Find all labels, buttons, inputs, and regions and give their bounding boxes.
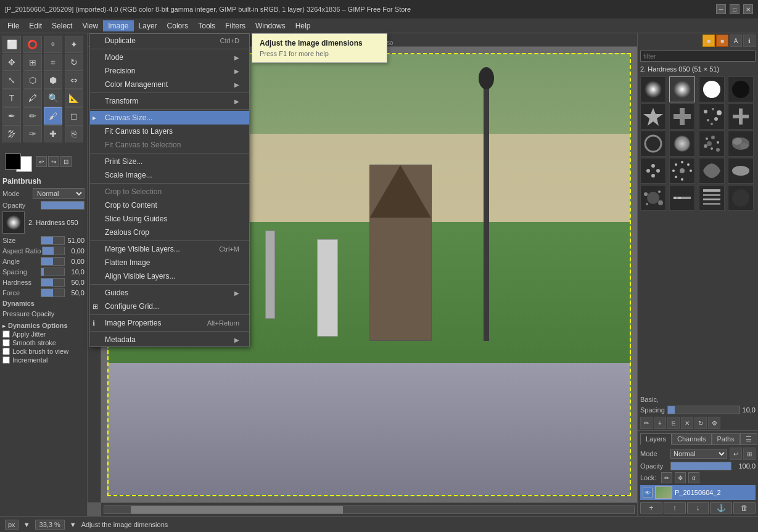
- layer-expand-icon[interactable]: ⊞: [743, 448, 756, 460]
- brush-cell-black[interactable]: [728, 76, 754, 102]
- menu-image-props[interactable]: ℹ Image Properties Alt+Return: [90, 316, 249, 330]
- brush-cell-hardness-050[interactable]: [669, 76, 695, 102]
- menu-duplicate[interactable]: Duplicate Ctrl+D: [90, 34, 249, 47]
- right-spacing-bar[interactable]: [667, 406, 740, 414]
- tool-heal[interactable]: ✚: [44, 125, 62, 142]
- brush-cell-fuzzy-round[interactable]: [669, 131, 695, 157]
- brush-new-icon[interactable]: +: [654, 417, 666, 429]
- layer-history-icon[interactable]: ↩: [730, 448, 742, 460]
- brush-settings-icon[interactable]: ⚙: [708, 417, 720, 429]
- menu-windows[interactable]: Windows: [250, 20, 290, 31]
- incremental-checkbox[interactable]: [2, 356, 10, 364]
- tool-rotate[interactable]: ↻: [65, 54, 83, 71]
- tool-measure[interactable]: 📐: [65, 89, 83, 107]
- layer-add-btn[interactable]: +: [640, 502, 662, 514]
- dynamics-options-header[interactable]: ▸ Dynamics Options: [2, 322, 84, 329]
- menu-configure-grid[interactable]: ⊞ Configure Grid...: [90, 300, 249, 313]
- menu-select[interactable]: Select: [47, 20, 77, 31]
- brush-cell-texture[interactable]: [699, 131, 725, 157]
- tool-move[interactable]: ✥: [2, 54, 21, 71]
- tool-fuzzy-select[interactable]: ✦: [65, 36, 83, 53]
- tool-pencil[interactable]: ✏: [23, 107, 42, 125]
- smooth-stroke-checkbox[interactable]: [2, 339, 10, 346]
- tool-ink[interactable]: ✑: [23, 125, 42, 142]
- menu-crop-content[interactable]: Crop to Content: [90, 198, 249, 212]
- close-button[interactable]: ✕: [743, 4, 753, 14]
- brush-cell-rough[interactable]: [699, 158, 725, 184]
- brush-cell-cross[interactable]: [669, 104, 695, 129]
- brush-cell-dotted-2[interactable]: [669, 158, 695, 184]
- layer-raise-btn[interactable]: ↑: [664, 502, 686, 514]
- tool-crop[interactable]: ⌗: [44, 54, 62, 71]
- menu-guides[interactable]: Guides ▶: [90, 286, 249, 300]
- tool-free-select[interactable]: ⚬: [44, 36, 62, 53]
- menu-flatten[interactable]: Flatten Image: [90, 256, 249, 269]
- brush-delete-icon[interactable]: ✕: [681, 417, 693, 429]
- unit-selector[interactable]: px: [5, 520, 19, 530]
- force-bar[interactable]: [41, 289, 65, 297]
- menu-layer[interactable]: Layer: [134, 20, 162, 31]
- spacing-bar[interactable]: [41, 268, 65, 276]
- zoom-arrow[interactable]: ▼: [70, 521, 76, 528]
- hscroll-track[interactable]: [104, 505, 635, 514]
- brush-cell-paint[interactable]: [669, 185, 695, 211]
- apply-jitter-checkbox[interactable]: [2, 330, 10, 338]
- redo-button[interactable]: ↪: [48, 156, 59, 167]
- color-swatch-2[interactable]: ■: [716, 35, 728, 47]
- tab-paths[interactable]: Paths: [712, 433, 740, 445]
- menu-image[interactable]: Image: [103, 20, 133, 31]
- snap-button[interactable]: ⊡: [60, 156, 72, 167]
- tool-path[interactable]: ✒: [2, 107, 21, 125]
- menu-print-size[interactable]: Print Size...: [90, 155, 249, 168]
- layer-mode-dropdown[interactable]: Normal: [670, 449, 727, 459]
- menu-scale-image[interactable]: Scale Image...: [90, 168, 249, 182]
- menu-precision[interactable]: Precision ▶: [90, 64, 249, 78]
- brush-filter-input[interactable]: [640, 51, 756, 62]
- brush-duplicate-icon[interactable]: ⎘: [667, 417, 680, 429]
- brush-cell-circle-outline[interactable]: [640, 131, 666, 157]
- tool-clone[interactable]: ⎘: [65, 125, 83, 142]
- brush-thumb[interactable]: [2, 211, 25, 234]
- menu-tools[interactable]: Tools: [193, 20, 220, 31]
- menu-view[interactable]: View: [77, 20, 103, 31]
- layer-delete-btn[interactable]: 🗑: [733, 502, 756, 514]
- menu-color-mgmt[interactable]: Color Management ▶: [90, 78, 249, 91]
- tab-layers[interactable]: Layers: [640, 433, 672, 445]
- hscroll-thumb[interactable]: [131, 506, 343, 514]
- lock-move-btn[interactable]: ✥: [675, 472, 686, 483]
- brush-cell-hardness-100[interactable]: [699, 76, 725, 102]
- aspect-bar[interactable]: [42, 247, 65, 255]
- layer-entry[interactable]: 👁 P_20150604_2: [640, 485, 756, 500]
- menu-canvas-size[interactable]: ▸ Canvas Size...: [90, 111, 249, 125]
- tool-perspective[interactable]: ⬢: [44, 72, 62, 89]
- brush-cell-stripe[interactable]: [699, 185, 725, 211]
- patterns-button[interactable]: A: [730, 35, 742, 47]
- brush-cell-dark[interactable]: [728, 185, 754, 211]
- mode-dropdown[interactable]: Normal: [33, 188, 84, 199]
- menu-file[interactable]: File: [2, 20, 24, 31]
- maximize-button[interactable]: □: [730, 4, 739, 14]
- tool-airbrush[interactable]: 🌫: [2, 125, 21, 142]
- tool-ellipse-select[interactable]: ⭕: [23, 36, 42, 53]
- layer-opacity-bar[interactable]: [670, 462, 731, 470]
- tool-color-picker[interactable]: 🖍: [23, 89, 42, 107]
- layer-visible-icon[interactable]: 👁: [643, 488, 653, 497]
- menu-mode[interactable]: Mode ▶: [90, 51, 249, 64]
- lock-pixels-btn[interactable]: ✏: [661, 472, 672, 483]
- tool-align[interactable]: ⊞: [23, 54, 42, 71]
- brush-cell-star[interactable]: [640, 104, 666, 129]
- brush-cell-grunge[interactable]: [728, 131, 754, 157]
- menu-metadata[interactable]: Metadata ▶: [90, 333, 249, 346]
- menu-fit-canvas-layers[interactable]: Fit Canvas to Layers: [90, 125, 249, 138]
- menu-zealous-crop[interactable]: Zealous Crop: [90, 226, 249, 239]
- brush-cell-oval[interactable]: [728, 158, 754, 184]
- menu-slice-guides[interactable]: Slice Using Guides: [90, 212, 249, 226]
- info-button[interactable]: ℹ: [743, 35, 756, 47]
- unit-arrow[interactable]: ▼: [23, 521, 30, 528]
- layer-anchor-btn[interactable]: ⚓: [710, 502, 732, 514]
- lock-alpha-btn[interactable]: α: [688, 472, 699, 483]
- color-swatch-1[interactable]: ■: [702, 35, 715, 47]
- menu-colors[interactable]: Colors: [162, 20, 194, 31]
- tool-eraser[interactable]: ◻: [65, 107, 83, 125]
- lock-brush-checkbox[interactable]: [2, 348, 10, 355]
